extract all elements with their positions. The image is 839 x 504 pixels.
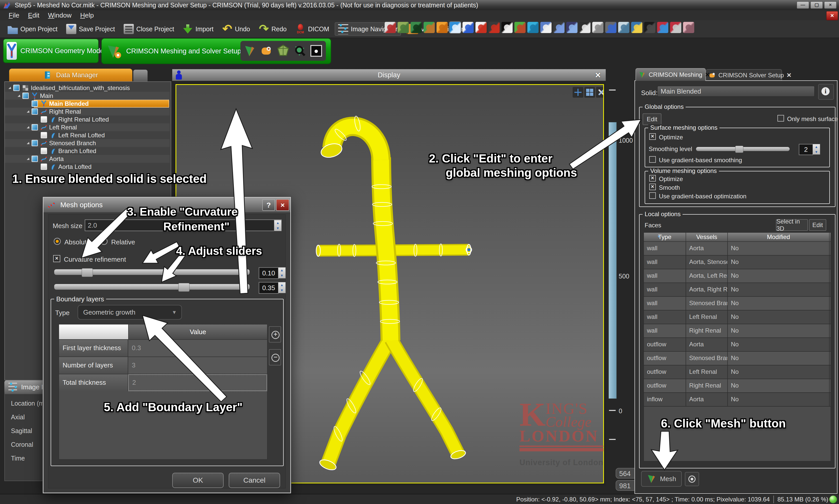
tab-data-manager[interactable]: Data Manager (9, 69, 132, 82)
minimize-button[interactable]: — (797, 1, 809, 8)
tree-item[interactable]: Left Renal (5, 123, 170, 131)
tab-close-icon[interactable]: ✕ (786, 72, 791, 79)
solver-view-icon[interactable] (260, 44, 274, 58)
expander-icon[interactable] (8, 87, 11, 89)
faces-edit-button[interactable]: Edit (809, 219, 826, 231)
help-icon[interactable] (540, 22, 552, 33)
dialog-close-button[interactable]: × (276, 199, 289, 211)
view-tools-icon[interactable] (596, 87, 604, 98)
close-project-button[interactable]: Close Project (121, 23, 177, 35)
faces-table-row[interactable]: wallAorta, Left RenalNo (644, 269, 831, 283)
point-probe-icon[interactable] (501, 22, 513, 33)
vessel-tree-icon[interactable] (488, 22, 500, 33)
mesh-inspect-icon[interactable] (411, 22, 422, 33)
tab-crimson-solver-setup[interactable]: CRIMSON Solver Setup ✕ (706, 69, 782, 81)
cancel-button[interactable]: Cancel (229, 473, 280, 488)
faces-table-row[interactable]: wallRight RenalNo (644, 324, 831, 338)
expander-icon[interactable] (18, 95, 20, 97)
tree-item[interactable]: Branch Lofted (5, 147, 170, 155)
ok-button[interactable]: OK (172, 473, 224, 488)
mesh-explore-view-icon[interactable] (292, 44, 307, 58)
dialog-help-button[interactable]: ? (262, 199, 275, 211)
curvature-slider-2-handle[interactable] (178, 283, 190, 292)
tab-meshing-solver-setup[interactable]: CRIMSON Meshing and Solver Setup (101, 38, 331, 64)
global-edit-button[interactable]: Edit (643, 113, 661, 125)
probe-view-icon[interactable] (309, 44, 323, 58)
visibility-checkbox[interactable] (41, 163, 47, 170)
curvature-value-1[interactable]: 0.10 (259, 267, 279, 279)
faces-table-row[interactable]: wallLeft RenalNo (644, 310, 831, 324)
expander-icon[interactable] (27, 110, 30, 113)
visibility-checkbox[interactable] (32, 108, 38, 115)
menu-item-window[interactable]: Window (48, 12, 71, 19)
tab-crimson-meshing[interactable]: CRIMSON Meshing ✕ (636, 68, 706, 81)
visibility-checkbox[interactable] (32, 140, 38, 146)
expander-icon[interactable] (27, 158, 30, 160)
menu-item-help[interactable]: Help (80, 12, 94, 19)
scissors-icon[interactable] (579, 22, 590, 33)
polyhedron-icon[interactable] (398, 22, 409, 33)
gear-pill-icon[interactable] (436, 22, 448, 33)
surface-icon[interactable] (514, 22, 525, 33)
layout-grid-icon[interactable] (584, 87, 595, 98)
mesh-button[interactable]: Mesh (641, 471, 682, 487)
curvature-refinement-checkbox[interactable]: × (53, 255, 60, 262)
relative-radio[interactable] (101, 238, 108, 245)
menu-item-edit[interactable]: Edit (28, 12, 39, 19)
redo-button[interactable]: ↷Redo (256, 23, 290, 35)
volume-smooth-checkbox[interactable]: × (649, 184, 656, 190)
faces-header-type[interactable]: Type▼ (644, 233, 686, 241)
expander-icon[interactable] (27, 126, 30, 128)
faces-table-row[interactable]: wallStenosed BranchNo (644, 297, 831, 310)
measure-icon[interactable] (385, 22, 396, 33)
curvature-spinner-2[interactable]: ▲▼ (278, 282, 286, 293)
gradient-smoothing-checkbox[interactable] (649, 156, 656, 163)
help-search-icon[interactable] (566, 22, 577, 33)
cabinet-icon[interactable] (528, 22, 539, 33)
visibility-checkbox[interactable] (41, 148, 47, 154)
cone-icon[interactable] (424, 22, 435, 33)
visibility-checkbox[interactable] (13, 85, 20, 91)
faces-table-row[interactable]: outflowStenosed BranchNo (644, 352, 831, 365)
faces-table-row[interactable]: outflowAortaNo (644, 338, 831, 352)
smoothing-level-value[interactable]: 2 (799, 144, 813, 155)
boundary-param-value[interactable]: 0.3 (128, 340, 267, 357)
tools-grid-icon[interactable] (670, 22, 681, 33)
faces-table-row[interactable]: wallAorta, Right Re...No (644, 283, 831, 297)
logging-icon[interactable] (592, 22, 603, 33)
level-window-colorbar[interactable] (608, 122, 617, 399)
save-project-button[interactable]: Save Project (63, 23, 118, 35)
tree-item[interactable]: Main (5, 92, 170, 100)
solid-field[interactable]: Main Blended (657, 86, 815, 97)
mesh-size-spinner[interactable]: ▲▼ (274, 220, 282, 231)
menu-item-file[interactable]: File (8, 12, 19, 19)
boundary-param-value[interactable]: 2 (128, 374, 267, 391)
tree-item[interactable]: Right Renal Lofted (5, 115, 170, 123)
boundary-header-blank[interactable] (59, 324, 129, 339)
tab-close-icon[interactable]: ✕ (705, 71, 710, 78)
volume-optimize-checkbox[interactable]: × (649, 175, 656, 182)
display-window-header[interactable]: Display ✕ (172, 69, 606, 81)
boundary-table-row[interactable]: Number of layers3 (59, 357, 267, 374)
screenshot-icon[interactable] (605, 22, 617, 33)
faces-header-vessels[interactable]: Vessels (686, 233, 728, 241)
close-button[interactable]: × (824, 1, 837, 8)
tree-item[interactable]: Idealised_bifricutation_with_stenosis (5, 84, 170, 92)
crosshair-icon[interactable] (573, 87, 583, 98)
boundary-table-row[interactable]: First layer thickness0.3 (59, 339, 267, 357)
eye-icon[interactable] (683, 22, 694, 33)
scatter-icon[interactable] (476, 22, 487, 33)
boundary-layers-table[interactable]: ValueFirst layer thickness0.3Number of l… (59, 324, 267, 460)
tree-item[interactable]: Stenosed Branch (5, 139, 170, 147)
curvature-slider-1-handle[interactable] (82, 268, 93, 277)
info-button[interactable]: i (818, 84, 834, 100)
visibility-checkbox[interactable] (22, 93, 29, 99)
help-list-icon[interactable] (553, 22, 565, 33)
maximize-button[interactable]: ▢ (810, 1, 823, 8)
surface-optimize-checkbox[interactable]: × (649, 133, 656, 140)
tree-item[interactable]: Main Blended (5, 100, 170, 108)
doc-search-icon[interactable] (618, 22, 629, 33)
curvature-spinner-1[interactable]: ▲▼ (278, 267, 286, 278)
faces-header-modified[interactable]: Modified (728, 233, 829, 241)
boundary-param-value[interactable]: 3 (128, 357, 267, 374)
